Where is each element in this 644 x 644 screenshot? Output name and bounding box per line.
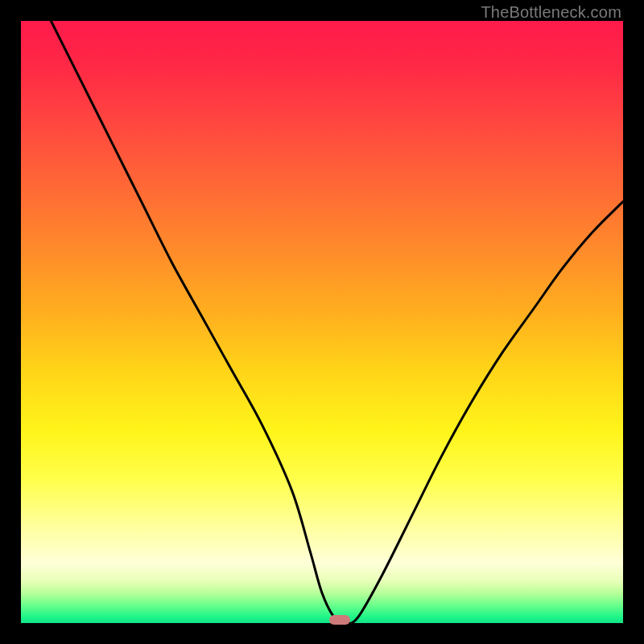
bottleneck-curve xyxy=(21,21,623,623)
optimal-marker xyxy=(329,615,350,625)
chart-plot-area xyxy=(21,21,623,623)
watermark-text: TheBottleneck.com xyxy=(481,3,621,22)
chart-frame: TheBottleneck.com xyxy=(0,0,644,644)
